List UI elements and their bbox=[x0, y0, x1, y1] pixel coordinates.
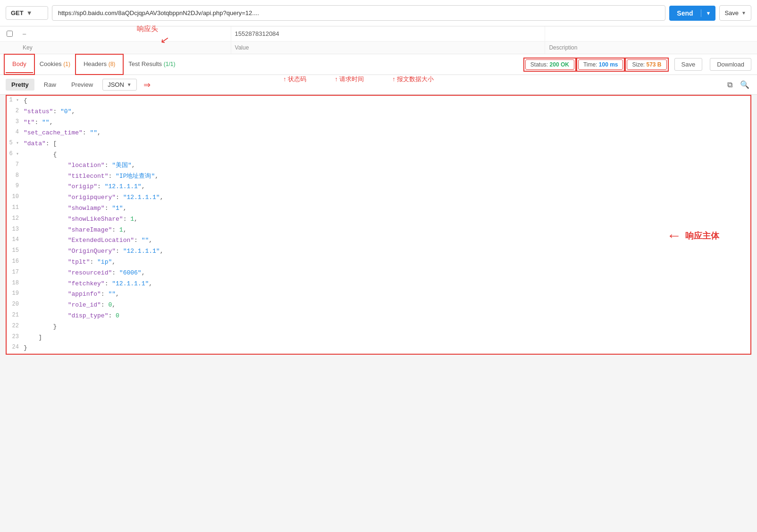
send-button[interactable]: Send ▼ bbox=[669, 6, 715, 21]
format-type-label: JSON bbox=[108, 81, 124, 88]
header-checkbox-cell[interactable] bbox=[0, 26, 19, 41]
tab-cookies-label: Cookies bbox=[40, 60, 64, 67]
tab-test-results-badge: (1/1) bbox=[164, 61, 176, 67]
line-content-15: "OriginQuery": "12.1.1.1", bbox=[24, 246, 163, 257]
line-content-1: { bbox=[24, 96, 27, 107]
line-content-18: "fetchkey": "12.1.1.1", bbox=[24, 279, 152, 290]
line-num-4: 4 bbox=[7, 128, 24, 135]
line-content-19: "appinfo": "", bbox=[24, 289, 119, 300]
line-num-11: 11 bbox=[7, 203, 24, 211]
tab-headers[interactable]: Headers (8) bbox=[77, 56, 122, 73]
code-line-3: 3 "t": "", bbox=[7, 117, 750, 128]
line-num-22: 22 bbox=[7, 322, 24, 329]
save-top-chevron: ▼ bbox=[741, 10, 746, 16]
line-num-24: 24 bbox=[7, 343, 24, 350]
line-content-2: "status": "0", bbox=[24, 107, 75, 117]
format-bar-wrapper: Pretty Raw Preview JSON ▼ ⇒ ⧉ 🔍 ↑ 状态码 ↑ … bbox=[0, 75, 757, 95]
method-select[interactable]: GET ▼ bbox=[6, 6, 48, 20]
header-labels-row: Key Value Description bbox=[0, 42, 757, 54]
code-line-12: 12 "showLikeShare": 1, bbox=[7, 214, 750, 225]
line-num-15: 15 bbox=[7, 246, 24, 254]
code-line-21: 21 "disp_type": 0 bbox=[7, 311, 750, 322]
save-response-button[interactable]: Save bbox=[674, 58, 703, 71]
code-line-17: 17 "resourceid": "6006", bbox=[7, 268, 750, 279]
top-bar: GET ▼ Send ▼ Save ▼ bbox=[0, 0, 757, 26]
save-top-label: Save bbox=[724, 9, 739, 17]
tab-headers-badge: (8) bbox=[109, 61, 116, 67]
line-num-14: 14 bbox=[7, 235, 24, 243]
line-content-9: "origip": "12.1.1.1", bbox=[24, 182, 145, 192]
method-chevron: ▼ bbox=[26, 9, 33, 17]
line-content-22: } bbox=[24, 322, 57, 332]
size-badge: Size: 573 B bbox=[627, 59, 666, 70]
line-num-20: 20 bbox=[7, 300, 24, 308]
method-label: GET bbox=[11, 9, 24, 17]
header-key-label: Key bbox=[19, 42, 231, 54]
line-content-8: "titlecont": "IP地址查询", bbox=[24, 171, 159, 182]
line-num-10: 10 bbox=[7, 192, 24, 200]
line-num-23: 23 bbox=[7, 332, 24, 340]
format-type-select[interactable]: JSON ▼ bbox=[102, 79, 137, 91]
headers-tab-wrapper: Headers (8) bbox=[77, 56, 122, 73]
tab-test-results[interactable]: Test Results (1/1) bbox=[122, 56, 182, 73]
code-line-6: 6 ▾ { bbox=[7, 150, 750, 160]
code-line-11: 11 "showlamp": "1", bbox=[7, 203, 750, 214]
code-line-20: 20 "role_id": 0, bbox=[7, 300, 750, 311]
url-input[interactable] bbox=[52, 5, 665, 21]
line-num-18: 18 bbox=[7, 279, 24, 286]
line-num-1: 1 ▾ bbox=[7, 96, 24, 103]
size-value: 573 B bbox=[647, 61, 662, 68]
format-pretty-button[interactable]: Pretty bbox=[6, 79, 34, 91]
line-num-9: 9 bbox=[7, 182, 24, 189]
code-line-23: 23 ] bbox=[7, 332, 750, 343]
line-num-6: 6 ▾ bbox=[7, 150, 24, 157]
line-num-16: 16 bbox=[7, 257, 24, 265]
tab-cookies-badge: (1) bbox=[63, 61, 70, 67]
search-icon-button[interactable]: 🔍 bbox=[738, 79, 751, 90]
time-label: Time: bbox=[583, 61, 599, 68]
line-content-12: "showLikeShare": 1, bbox=[24, 214, 138, 225]
code-line-2: 2 "status": "0", bbox=[7, 107, 750, 117]
code-line-7: 7 "location": "美国", bbox=[7, 160, 750, 171]
body-tab-wrapper: Body bbox=[6, 56, 33, 73]
page-wrapper: GET ▼ Send ▼ Save ▼ 响应头 ↙ – 155287831208… bbox=[0, 0, 757, 360]
format-preview-button[interactable]: Preview bbox=[66, 79, 99, 91]
line-content-21: "disp_type": 0 bbox=[24, 311, 119, 322]
status-group: Status: 200 OK Time: 100 ms Size: 573 B bbox=[525, 58, 751, 71]
line-content-4: "set_cache_time": "", bbox=[24, 128, 101, 139]
code-line-9: 9 "origip": "12.1.1.1", bbox=[7, 182, 750, 192]
tab-cookies[interactable]: Cookies (1) bbox=[33, 56, 77, 73]
code-line-10: 10 "origipquery": "12.1.1.1", bbox=[7, 192, 750, 203]
format-raw-button[interactable]: Raw bbox=[38, 79, 62, 91]
header-value-cell: 1552878312084 bbox=[231, 26, 546, 41]
tab-body[interactable]: Body bbox=[6, 56, 33, 73]
response-tabs-bar: Body Cookies (1) Headers (8) Test Result… bbox=[0, 54, 757, 75]
header-dash-key: – bbox=[19, 26, 231, 41]
format-bar-right: ⧉ 🔍 bbox=[725, 79, 751, 90]
code-line-8: 8 "titlecont": "IP地址查询", bbox=[7, 171, 750, 182]
code-line-22: 22 } bbox=[7, 322, 750, 332]
save-top-button[interactable]: Save ▼ bbox=[719, 5, 751, 21]
tab-body-label: Body bbox=[12, 60, 26, 67]
tab-headers-label: Headers bbox=[84, 60, 109, 67]
status-badge: Status: 200 OK bbox=[525, 59, 574, 70]
header-value-label: Value bbox=[231, 42, 546, 54]
copy-icon-button[interactable]: ⧉ bbox=[725, 79, 734, 90]
line-num-7: 7 bbox=[7, 160, 24, 168]
headers-area: 响应头 ↙ – 1552878312084 Key Value Descript… bbox=[0, 26, 757, 54]
code-section: 1 ▾ { 2 "status": "0", 3 "t": "", 4 "set… bbox=[0, 95, 757, 360]
line-content-23: ] bbox=[24, 332, 42, 343]
code-line-15: 15 "OriginQuery": "12.1.1.1", bbox=[7, 246, 750, 257]
header-checkbox[interactable] bbox=[7, 31, 13, 37]
line-content-20: "role_id": 0, bbox=[24, 300, 116, 311]
code-line-24: 24 } bbox=[7, 343, 750, 354]
code-area: 1 ▾ { 2 "status": "0", 3 "t": "", 4 "set… bbox=[6, 95, 751, 355]
download-button[interactable]: Download bbox=[710, 58, 751, 71]
line-num-8: 8 bbox=[7, 171, 24, 179]
code-line-16: 16 "tplt": "ip", bbox=[7, 257, 750, 268]
line-content-16: "tplt": "ip", bbox=[24, 257, 116, 268]
send-chevron: ▼ bbox=[701, 10, 716, 16]
tab-test-results-label: Test Results bbox=[128, 60, 163, 67]
wrap-icon[interactable]: ⇒ bbox=[141, 79, 153, 91]
status-label: Status: bbox=[530, 61, 550, 68]
